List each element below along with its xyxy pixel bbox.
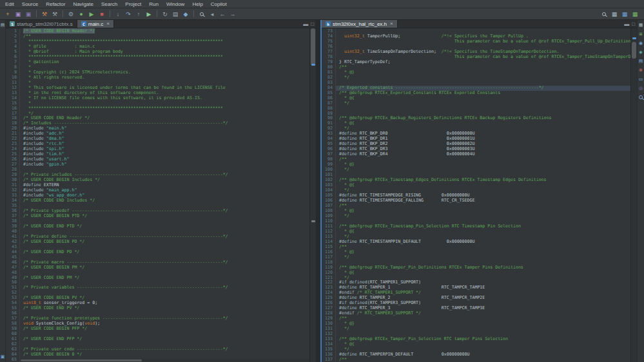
stop-icon[interactable]: ■ bbox=[97, 10, 106, 19]
code-area[interactable]: /* USER CODE BEGIN Header *//** ********… bbox=[20, 28, 309, 362]
code-line[interactable]: /* USER CODE END PD */ bbox=[23, 250, 309, 255]
code-line[interactable]: ****************************************… bbox=[23, 106, 309, 111]
minimize-icon[interactable]: ▬ bbox=[303, 22, 308, 27]
code-line[interactable]: * @attention bbox=[23, 60, 309, 65]
code-line[interactable]: */ bbox=[339, 327, 630, 332]
code-line[interactable]: /** @defgroup RTCEx_Tamper_Pin_Definitio… bbox=[339, 265, 630, 271]
code-line[interactable]: * If no LICENSE file comes with this sof… bbox=[23, 96, 309, 101]
code-line[interactable]: #define RTC_BKP_DR4 0x00000004U bbox=[339, 152, 630, 157]
code-line[interactable]: * @{ bbox=[339, 229, 630, 234]
editor-sash[interactable] bbox=[316, 20, 320, 362]
code-line[interactable]: /* USER CODE BEGIN PD */ bbox=[23, 240, 309, 245]
code-line[interactable]: /* USER CODE END PM */ bbox=[23, 276, 309, 281]
documentation-view-icon[interactable]: ▤ bbox=[638, 58, 644, 64]
code-line[interactable]: /* Private variables -------------------… bbox=[23, 285, 309, 291]
line-number-gutter[interactable]: 7374757677787980818283848586878889909192… bbox=[322, 28, 336, 362]
code-line[interactable]: /** bbox=[339, 65, 630, 70]
tab-main.c[interactable]: Cmain.c× bbox=[77, 20, 114, 28]
line-number[interactable]: 137 bbox=[322, 357, 333, 362]
open-perspective-icon[interactable]: ▦ bbox=[610, 10, 619, 19]
maximize-icon[interactable]: □ bbox=[632, 22, 635, 27]
code-line[interactable]: * @} bbox=[339, 70, 630, 75]
overview-marker[interactable] bbox=[311, 220, 315, 222]
code-line[interactable]: /** @defgroup RTCEx_Timestamp_Edges_Defi… bbox=[339, 178, 630, 183]
code-line[interactable]: */ bbox=[339, 214, 630, 219]
tab-startup_stm32l071cbtx.s[interactable]: Sstartup_stm32l071cbtx.s bbox=[6, 20, 77, 28]
code-line[interactable]: #include "main.h" bbox=[23, 126, 309, 131]
line-number-gutter[interactable]: 1234567891011121314151617181920212223242… bbox=[6, 28, 20, 362]
code-line[interactable]: * @{ bbox=[339, 121, 630, 126]
code-line[interactable]: /** bbox=[339, 316, 630, 321]
code-line[interactable]: * @{ bbox=[339, 342, 630, 347]
code-line[interactable]: * @} bbox=[339, 209, 630, 214]
menu-search[interactable]: Search bbox=[97, 0, 121, 8]
code-line[interactable]: /** @defgroup RTCEx_Exported_Constants R… bbox=[339, 91, 630, 96]
code-line[interactable]: /* USER CODE BEGIN Header */ bbox=[23, 29, 309, 34]
resume-icon[interactable]: ▶ bbox=[144, 10, 153, 19]
menu-navigate[interactable]: Navigate bbox=[69, 0, 97, 8]
code-line[interactable]: ****************************************… bbox=[23, 55, 309, 60]
code-line[interactable]: * @} bbox=[339, 321, 630, 327]
code-line[interactable]: #include "adc.h" bbox=[23, 131, 309, 137]
menu-window[interactable]: Window bbox=[162, 0, 188, 8]
horizontal-scrollbar[interactable] bbox=[21, 359, 309, 362]
save-all-icon[interactable]: ▣ bbox=[24, 10, 33, 19]
code-line[interactable]: #define RTC_TIMESTAMPPIN_DEFAULT 0x00000… bbox=[339, 240, 630, 245]
new-file-icon[interactable]: + bbox=[3, 10, 12, 19]
last-edit-location-icon[interactable]: ◂ bbox=[208, 10, 217, 19]
code-line[interactable]: #include "rtc.h" bbox=[23, 142, 309, 147]
code-line[interactable]: */ bbox=[339, 167, 630, 173]
step-into-icon[interactable]: ↓ bbox=[113, 10, 122, 19]
code-line[interactable]: #endif /* RTC_TAMPER3_SUPPORT */ bbox=[339, 311, 630, 316]
code-line[interactable]: /** bbox=[339, 357, 630, 362]
code-line[interactable]: /* USER CODE BEGIN PFP */ bbox=[23, 327, 309, 332]
tab-stm32l0xx_hal_rtc_ex.h[interactable]: hstm32l0xx_hal_rtc_ex.h× bbox=[322, 20, 398, 28]
code-line[interactable]: /** @defgroup RTCEx_Backup_Registers_Def… bbox=[339, 116, 630, 121]
code-line[interactable]: * All rights reserved. bbox=[23, 75, 309, 81]
outline-view-icon[interactable]: ≣ bbox=[638, 31, 644, 37]
code-line[interactable]: * @{ bbox=[339, 96, 630, 101]
toggle-annotations-icon[interactable]: ◆ bbox=[181, 10, 190, 19]
code-line[interactable]: /* USER CODE END PTD */ bbox=[23, 224, 309, 229]
code-line[interactable]: /** @defgroup RTCEx_Timestamp_Pin_Select… bbox=[339, 224, 630, 229]
open-console-icon[interactable]: ▤ bbox=[171, 10, 180, 19]
close-tab-icon[interactable]: × bbox=[390, 21, 393, 26]
code-line[interactable]: * @} bbox=[339, 162, 630, 167]
console-view-icon[interactable]: ▭ bbox=[638, 76, 644, 82]
code-line[interactable]: /* USER CODE BEGIN PTD */ bbox=[23, 214, 309, 219]
search-view-icon[interactable] bbox=[638, 94, 644, 100]
horizontal-scrollbar-thumb[interactable] bbox=[21, 359, 142, 361]
cpp-perspective-icon[interactable]: ▦ bbox=[620, 10, 629, 19]
code-area[interactable]: uint32_t TamperPullUp; /*!< Specifies th… bbox=[336, 28, 630, 362]
menu-source[interactable]: Source bbox=[18, 0, 42, 8]
build-icon[interactable]: ⚒ bbox=[40, 10, 49, 19]
menu-refactor[interactable]: Refactor bbox=[42, 0, 69, 8]
code-line[interactable]: This parameter can be a value of @ref RT… bbox=[339, 39, 630, 44]
menu-copilot[interactable]: Copilot bbox=[207, 0, 231, 8]
code-line[interactable]: } RTC_TamperTypeDef; bbox=[339, 60, 630, 65]
step-over-icon[interactable]: ↷ bbox=[124, 10, 133, 19]
expressions-view-icon[interactable]: ◎ bbox=[638, 85, 644, 91]
menu-help[interactable]: Help bbox=[188, 0, 206, 8]
code-line[interactable]: /** bbox=[339, 245, 630, 250]
search-icon[interactable] bbox=[197, 10, 206, 19]
code-line[interactable]: * @{ bbox=[339, 271, 630, 276]
code-line[interactable]: */ bbox=[339, 255, 630, 260]
overview-marker[interactable] bbox=[311, 64, 315, 66]
code-line[interactable]: /* USER CODE BEGIN Includes */ bbox=[23, 178, 309, 183]
back-icon[interactable]: ← bbox=[218, 10, 227, 19]
editor-main-c[interactable]: 1234567891011121314151617181920212223242… bbox=[6, 28, 316, 362]
code-line[interactable]: /* USER CODE END PFP */ bbox=[23, 337, 309, 342]
scrollbar-rail[interactable] bbox=[630, 28, 637, 362]
code-line[interactable]: #include "gpio.h" bbox=[23, 162, 309, 167]
code-line[interactable]: /** bbox=[339, 157, 630, 162]
menu-project[interactable]: Project bbox=[121, 0, 145, 8]
minimize-icon[interactable]: ▬ bbox=[624, 22, 629, 27]
code-line[interactable]: #include "dma.h" bbox=[23, 137, 309, 142]
minimized-console-icon[interactable]: ▣ bbox=[0, 354, 6, 359]
code-line[interactable]: /* USER CODE BEGIN 0 */ bbox=[23, 352, 309, 357]
quick-access-search-icon[interactable] bbox=[600, 10, 609, 19]
maximize-icon[interactable]: □ bbox=[311, 22, 314, 27]
code-line[interactable]: /** bbox=[339, 204, 630, 209]
code-line[interactable]: #define RTC_TAMPERPIN_DEFAULT 0x00000000… bbox=[339, 352, 630, 357]
